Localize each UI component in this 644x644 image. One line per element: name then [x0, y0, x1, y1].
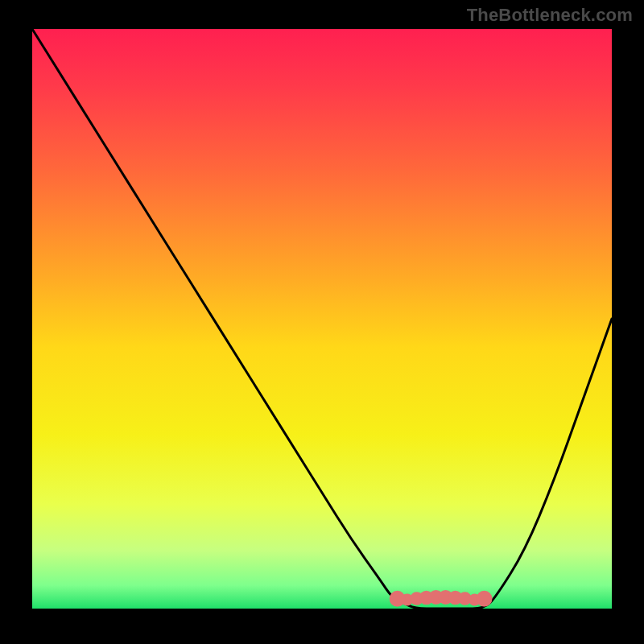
optimum-marker-endcap: [390, 591, 406, 607]
optimum-marker-endcap: [477, 591, 493, 607]
gradient-background: [32, 29, 612, 609]
watermark-label: TheBottleneck.com: [467, 5, 633, 26]
chart-frame: TheBottleneck.com: [0, 0, 644, 644]
chart-svg: [32, 29, 612, 609]
plot-area: [32, 29, 612, 609]
